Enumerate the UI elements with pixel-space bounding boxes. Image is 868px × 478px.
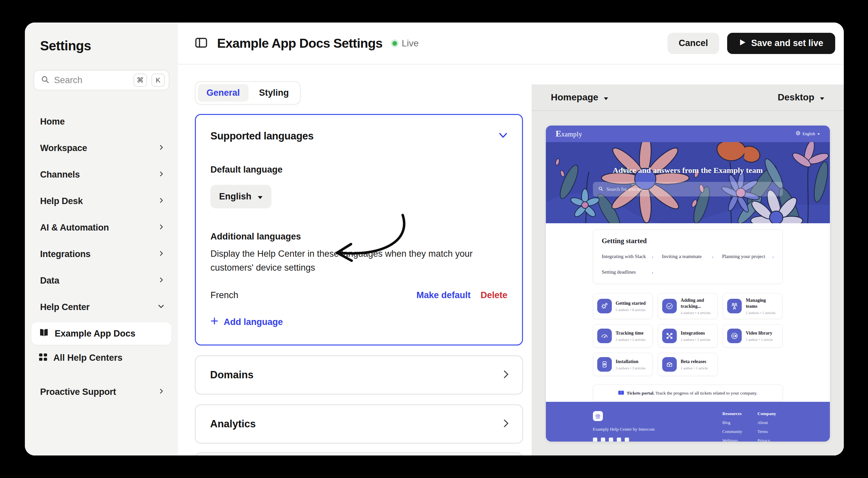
preview-toolbar: Homepage Desktop	[532, 85, 844, 111]
footer-company-column: Company About Terms Privacy	[757, 411, 783, 442]
save-and-set-live-button[interactable]: Save and set live	[727, 33, 835, 54]
caret-down-icon	[819, 92, 825, 103]
chevron-right-icon	[159, 224, 164, 231]
footer-link[interactable]: Privacy	[757, 438, 783, 442]
plus-icon	[211, 317, 218, 327]
supported-languages-title: Supported languages	[211, 130, 313, 142]
supported-languages-card: Supported languages Default language Eng…	[195, 114, 523, 346]
sidebar-item-ai-automation[interactable]: AI & Automation	[31, 214, 172, 241]
preview-site-footer: Examply Help Center by Intercom	[546, 402, 830, 442]
ticket-icon	[618, 390, 624, 396]
collection-card[interactable]: Beta releases1 author • 1 article	[658, 353, 717, 376]
hero-title: Advice and answers from the Examply team	[546, 166, 830, 175]
sidebar-item-help-desk[interactable]: Help Desk	[31, 188, 172, 214]
sidebar-item-home[interactable]: Home	[31, 108, 172, 135]
footer-link[interactable]: Blog	[722, 420, 748, 425]
sidebar-item-example-app-docs[interactable]: Example App Docs	[31, 322, 172, 345]
chevron-right-icon	[159, 198, 164, 204]
sidebar-item-channels[interactable]: Channels	[31, 161, 172, 188]
footer-link[interactable]: About	[757, 420, 783, 425]
intercom-logo-icon	[593, 411, 603, 421]
delete-language-button[interactable]: Delete	[480, 290, 507, 300]
chevron-right-icon: ›	[772, 254, 774, 259]
device-selector-dropdown[interactable]: Desktop	[778, 92, 825, 103]
play-icon	[739, 38, 746, 49]
chevron-right-icon: ›	[712, 254, 713, 259]
sidebar-item-all-help-centers[interactable]: All Help Centers	[31, 347, 172, 369]
sidebar-item-data[interactable]: Data	[31, 267, 172, 294]
sidebar-toggle-icon[interactable]	[194, 37, 208, 50]
collections-grid: Getting started5 authors • 8 articles Ad…	[593, 293, 783, 376]
page-header: Example App Docs Settings Live Cancel Sa…	[178, 23, 844, 65]
collection-card[interactable]: Video library1 author • 1 article	[723, 324, 782, 348]
shortcut-cmd-key: ⌘	[133, 73, 147, 87]
social-icon[interactable]	[609, 438, 613, 442]
preview-panel: Homepage Desktop Examply	[532, 65, 844, 455]
collection-card[interactable]: Tracking time2 authors • 2 articles	[593, 324, 653, 348]
sidebar-title: Settings	[40, 38, 172, 53]
make-default-button[interactable]: Make default	[416, 290, 471, 300]
quicklinks-card: Getting started Integrating with Slack› …	[593, 229, 783, 284]
sidebar-item-proactive-support[interactable]: Proactive Support	[31, 379, 172, 405]
domains-section[interactable]: Domains	[195, 355, 523, 394]
default-language-label: Default language	[211, 165, 507, 175]
search-icon	[41, 75, 50, 85]
sidebar-item-integrations[interactable]: Integrations	[31, 241, 172, 267]
tickets-portal-link[interactable]: Tickets portal. Track the progress of al…	[593, 385, 783, 402]
analytics-section[interactable]: Analytics	[195, 405, 523, 444]
sidebar-item-workspace[interactable]: Workspace	[31, 135, 172, 161]
video-icon	[727, 329, 742, 343]
tools-icon	[662, 329, 677, 343]
language-name: French	[211, 290, 238, 300]
caret-down-icon	[257, 191, 263, 202]
chevron-right-icon	[159, 145, 164, 151]
default-language-dropdown[interactable]: English	[211, 185, 272, 209]
social-icon[interactable]	[625, 438, 629, 442]
sidebar-item-help-center[interactable]: Help Center	[31, 294, 172, 320]
collection-card[interactable]: Adding and tracking...4 authors • 4 arti…	[658, 293, 717, 319]
shortcut-k-key: K	[151, 73, 165, 87]
collapse-chevron-icon[interactable]	[499, 132, 507, 140]
quicklink-article[interactable]: Planning your project›	[722, 254, 774, 259]
chevron-down-icon	[158, 304, 164, 311]
collection-card[interactable]: Managing teams2 authors • 2 articles	[723, 293, 782, 319]
preview-language-selector[interactable]: English	[796, 131, 819, 137]
privacy-section[interactable]: Privacy	[195, 452, 523, 455]
quicklink-article[interactable]: Inviting a teammate›	[662, 254, 714, 259]
cancel-button[interactable]: Cancel	[668, 33, 719, 54]
search-input[interactable]	[54, 75, 129, 86]
social-icon[interactable]	[601, 438, 605, 442]
page-selector-dropdown[interactable]: Homepage	[551, 92, 609, 103]
collection-card[interactable]: Installation3 authors • 3 articles	[593, 353, 653, 376]
preview-viewport: Examply English	[532, 111, 844, 455]
additional-languages-title: Additional languages	[211, 231, 507, 242]
preview-site-content: Getting started Integrating with Slack› …	[546, 223, 830, 402]
social-icon[interactable]	[617, 438, 621, 442]
collection-card[interactable]: Integrations2 authors • 2 articles	[658, 324, 717, 348]
chevron-right-icon	[503, 419, 509, 429]
hero-search-bar[interactable]: Search for articles...	[593, 182, 783, 196]
collection-card[interactable]: Getting started5 authors • 8 articles	[593, 293, 653, 319]
chevron-right-icon	[159, 171, 164, 178]
social-icon[interactable]	[593, 438, 597, 442]
quicklink-article[interactable]: Integrating with Slack›	[602, 254, 654, 259]
status-badge: Live	[393, 38, 418, 49]
search-box[interactable]: ⌘ K	[33, 70, 169, 90]
app-window: Settings ⌘ K Home Workspace Channels	[25, 23, 844, 455]
quicklink-article[interactable]: Setting deadlines›	[602, 269, 654, 275]
help-center-preview: Examply English	[546, 126, 830, 442]
footer-link[interactable]: Community	[722, 429, 748, 434]
chevron-right-icon: ›	[652, 269, 653, 275]
settings-content: General Styling Supported languages Defa…	[178, 65, 532, 455]
box-icon	[662, 357, 677, 372]
device-icon	[597, 357, 612, 372]
footer-link[interactable]: Webinars	[722, 438, 748, 442]
add-language-button[interactable]: Add language	[211, 317, 283, 327]
brand-logo: Examply	[556, 129, 582, 138]
footer-resources-column: Resources Blog Community Webinars	[722, 411, 748, 442]
footer-link[interactable]: Terms	[757, 429, 783, 434]
preview-site-navbar: Examply English	[546, 126, 830, 142]
tab-general[interactable]: General	[198, 84, 249, 102]
tab-styling[interactable]: Styling	[251, 84, 298, 102]
sidebar-spacer	[31, 369, 172, 379]
